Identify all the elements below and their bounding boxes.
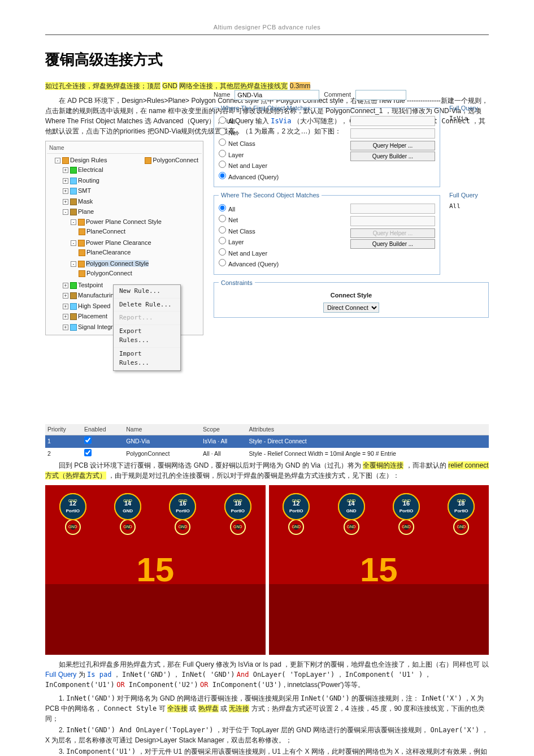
tree-electrical[interactable]: Electrical [78, 166, 103, 173]
expand-icon[interactable]: - [55, 158, 60, 163]
expand-icon[interactable]: + [63, 293, 68, 299]
opt-layer-2[interactable]: Layer [219, 236, 346, 248]
n2-t1: ，对于位于 TopLayer 层的 GND 网络进行的覆铜采用该覆铜连接规则， [215, 726, 428, 734]
ctx-import-rules[interactable]: Import Rules... [114, 348, 180, 370]
opt-all-2[interactable]: All [219, 204, 346, 215]
routing-icon [70, 178, 77, 184]
subhead-gnd: GND [162, 82, 177, 90]
tree-placement[interactable]: Placement [78, 313, 107, 319]
opt-netlayer-lbl: Net and Layer [228, 162, 267, 169]
combo-2b[interactable] [350, 216, 435, 226]
expand-icon[interactable]: - [71, 261, 76, 267]
ctx-new-rule[interactable]: New Rule... [114, 285, 180, 299]
expand-icon[interactable]: + [63, 304, 68, 309]
opt-netclass-1[interactable]: Net Class [219, 138, 346, 149]
query-helper-1[interactable]: Query Helper ... [350, 141, 435, 150]
expand-icon[interactable]: + [63, 178, 68, 184]
expand-icon[interactable]: + [63, 199, 68, 205]
ppcs-icon [78, 219, 85, 226]
doc-title: 覆铜高级连接方式 [45, 49, 489, 71]
highspeed-icon [70, 303, 77, 310]
scope-2: All · All [201, 448, 246, 460]
tree-highspeed[interactable]: High Speed [78, 303, 111, 309]
tree-ppcs[interactable]: Power Plane Connect Style [86, 218, 162, 225]
mask-icon [70, 198, 77, 205]
n3-code: InComponent('U1') [66, 748, 136, 755]
opt-netlayer-2[interactable]: Net and Layer [219, 248, 346, 259]
opt-adv-lbl: Advanced (Query) [228, 174, 279, 180]
tree-routing[interactable]: Routing [78, 177, 99, 184]
tree-plane[interactable]: Plane [78, 208, 94, 215]
enabled-2[interactable] [84, 449, 92, 456]
priority-row-1[interactable]: 1 GND-Via IsVia · All Style - Direct Con… [45, 435, 489, 448]
planeconnect-icon [79, 228, 85, 235]
opt-netclass-lbl: Net Class [228, 140, 255, 147]
context-menu[interactable]: New Rule... Delete Rule... Report... Exp… [113, 284, 181, 371]
connect-style-label: Connect Style [219, 291, 484, 300]
tree-pcs-selected[interactable]: Polygon Connect Style [86, 260, 149, 267]
opt-net-1[interactable]: Net [219, 127, 346, 139]
subhead-text-a: 如过孔全连接，焊盘热焊盘连接；顶层 [45, 82, 160, 90]
constraints-legend: Constraints [219, 278, 255, 288]
via-gnd: GND [65, 519, 81, 535]
enabled-1[interactable] [84, 437, 92, 444]
combo-2a[interactable] [350, 204, 435, 214]
tree-root[interactable]: Design Rules [70, 157, 107, 163]
priority-row-2[interactable]: 2 PolygonConnect All · All Style - Relie… [45, 448, 489, 460]
p3-ex4: InComponent( 'U1' ) [345, 671, 423, 679]
combo-1a[interactable] [350, 116, 435, 126]
ctx-report[interactable]: Report... [114, 312, 180, 325]
opt-all-lbl: All [228, 118, 235, 125]
testpoint-icon [70, 282, 77, 289]
expand-icon[interactable]: - [63, 209, 68, 215]
tree-ppc[interactable]: Power Plane Clearance [86, 239, 151, 246]
opt-all-lbl-2: All [228, 206, 235, 213]
pad-14: 14GND [114, 493, 141, 520]
p3-ex6: InComponent('U2') [129, 681, 198, 689]
via-gnd: GND [230, 519, 246, 535]
opt-layer-1[interactable]: Layer [219, 149, 346, 161]
expand-icon[interactable]: + [63, 314, 68, 319]
opt-all-1[interactable]: All [219, 116, 346, 127]
opt-advanced-2[interactable]: Advanced (Query) [219, 258, 346, 270]
expand-icon[interactable]: - [71, 219, 76, 225]
tree-mask[interactable]: Mask [78, 198, 93, 205]
opt-net-2[interactable]: Net [219, 214, 346, 226]
expand-icon[interactable]: + [63, 325, 68, 330]
expand-icon[interactable]: + [63, 188, 68, 194]
combo-1b[interactable] [350, 128, 435, 139]
n1-code3: InNet('X') [421, 694, 462, 702]
tree-polyconnect[interactable]: PolygonConnect [86, 270, 132, 277]
prio-2: 2 [45, 448, 82, 460]
connect-style-select[interactable]: Direct Connect [323, 303, 379, 313]
opt-layer-lbl-2: Layer [228, 239, 244, 245]
ctx-delete-rule[interactable]: Delete Rule... [114, 299, 180, 312]
col-enabled: Enabled [82, 424, 124, 435]
tree-mfg[interactable]: Manufacturing [78, 292, 118, 299]
pad-16: 16PortIO [393, 493, 420, 520]
n1-code: InNet('GND') [66, 694, 115, 702]
query-builder-2[interactable]: Query Builder ... [350, 239, 435, 249]
rule-name-input[interactable] [235, 90, 319, 100]
expand-icon[interactable]: - [71, 240, 76, 246]
expand-icon[interactable]: + [63, 283, 68, 288]
via-gnd: GND [288, 519, 304, 535]
tree-smt[interactable]: SMT [78, 187, 91, 194]
rule-comment-input[interactable] [355, 90, 406, 100]
n1-t6: 或 [220, 705, 229, 712]
expand-icon[interactable]: + [63, 167, 68, 173]
opt-netlayer-1[interactable]: Net and Layer [219, 160, 346, 171]
n1-h2: 热焊盘 [198, 705, 219, 712]
tree-testpoint[interactable]: Testpoint [78, 282, 103, 288]
paragraph-3: 如果想过孔和焊盘多用热焊盘方式，那在 Full Query 修改为 IsVia … [45, 659, 489, 690]
p3-b: 为 [79, 671, 87, 679]
tree-planeconnect[interactable]: PlaneConnect [86, 228, 125, 235]
opt-netclass-2[interactable]: Net Class [219, 226, 346, 237]
opt-advanced-1[interactable]: Advanced (Query) [219, 171, 346, 183]
full-query-value-2: All [449, 202, 461, 210]
rule-form: Name Comment Where The First Object Matc… [214, 90, 489, 321]
query-helper-2[interactable]: Query Helper ... [350, 228, 435, 238]
tree-planeclearance[interactable]: PlaneClearance [86, 249, 131, 256]
query-builder-1[interactable]: Query Builder ... [350, 152, 435, 161]
ctx-export-rules[interactable]: Export Rules... [114, 325, 180, 348]
